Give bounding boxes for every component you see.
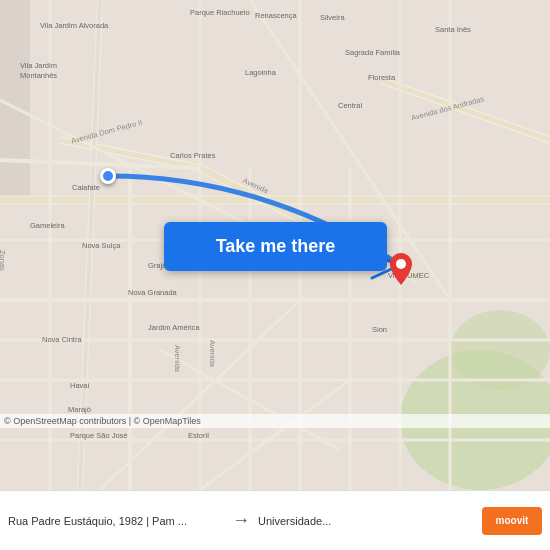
svg-text:Parque Riachuelo: Parque Riachuelo bbox=[190, 8, 250, 17]
map-container: Vila Jardim Alvorada Vila Jardim Montanh… bbox=[0, 0, 550, 490]
svg-point-35 bbox=[396, 259, 406, 269]
svg-text:Montanhês: Montanhês bbox=[20, 71, 57, 80]
origin-marker bbox=[100, 168, 116, 184]
take-me-there-button[interactable]: Take me there bbox=[164, 222, 387, 271]
svg-text:Gameleira: Gameleira bbox=[30, 221, 65, 230]
svg-text:Avenida: Avenida bbox=[173, 345, 182, 373]
origin-label: Rua Padre Eustáquio, 1982 | Pam ... bbox=[8, 515, 224, 527]
svg-text:Jardim América: Jardim América bbox=[148, 323, 201, 332]
svg-text:Vila Jardim Alvorada: Vila Jardim Alvorada bbox=[40, 21, 109, 30]
svg-text:Zonas: Zonas bbox=[0, 250, 7, 271]
svg-text:Marajó: Marajó bbox=[68, 405, 91, 414]
svg-text:Sagrada Família: Sagrada Família bbox=[345, 48, 401, 57]
svg-text:Santa Inês: Santa Inês bbox=[435, 25, 471, 34]
svg-text:Nova Cintra: Nova Cintra bbox=[42, 335, 82, 344]
destination-info: Universidade... bbox=[258, 515, 474, 527]
destination-label: Universidade... bbox=[258, 515, 474, 527]
bottom-bar: Rua Padre Eustáquio, 1982 | Pam ... → Un… bbox=[0, 490, 550, 550]
svg-point-2 bbox=[450, 310, 550, 390]
svg-rect-3 bbox=[0, 0, 30, 200]
svg-text:Nova Granada: Nova Granada bbox=[128, 288, 178, 297]
svg-text:Silveira: Silveira bbox=[320, 13, 345, 22]
svg-text:Havai: Havai bbox=[70, 381, 90, 390]
svg-text:Sion: Sion bbox=[372, 325, 387, 334]
svg-text:Calafate: Calafate bbox=[72, 183, 100, 192]
svg-text:Vila Jardim: Vila Jardim bbox=[20, 61, 57, 70]
direction-arrow: → bbox=[224, 510, 258, 531]
svg-text:Lagoinha: Lagoinha bbox=[245, 68, 277, 77]
svg-text:Carlos Prates: Carlos Prates bbox=[170, 151, 216, 160]
moovit-logo: moovit bbox=[474, 507, 542, 535]
svg-text:Parque São José: Parque São José bbox=[70, 431, 128, 440]
svg-text:Renascença: Renascença bbox=[255, 11, 298, 20]
svg-text:Floresta: Floresta bbox=[368, 73, 396, 82]
svg-text:Estoril: Estoril bbox=[188, 431, 209, 440]
svg-text:Central: Central bbox=[338, 101, 363, 110]
destination-marker bbox=[390, 253, 412, 289]
svg-text:Avenida: Avenida bbox=[208, 340, 217, 368]
origin-info: Rua Padre Eustáquio, 1982 | Pam ... bbox=[8, 515, 224, 527]
svg-text:Nova Sulça: Nova Sulça bbox=[82, 241, 121, 250]
map-attribution: © OpenStreetMap contributors | © OpenMap… bbox=[0, 414, 550, 428]
